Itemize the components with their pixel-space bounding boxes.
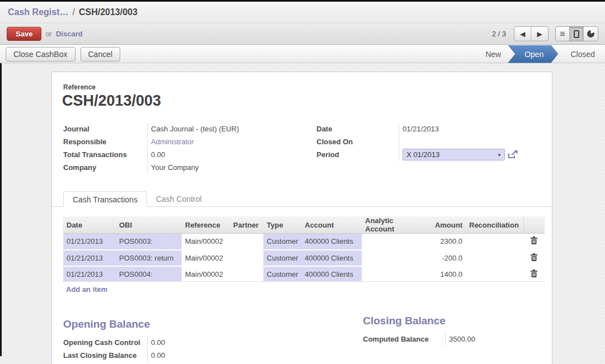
- cell-type[interactable]: Customer: [263, 266, 301, 282]
- tab-cash-transactions[interactable]: Cash Transactions: [63, 191, 147, 207]
- or-label: or: [45, 30, 52, 38]
- cell-partner[interactable]: [230, 250, 263, 266]
- view-switcher: ≡: [555, 26, 598, 41]
- form-view-button[interactable]: [570, 27, 584, 41]
- table-header-row: Date OBI Reference Partner Type Account …: [63, 216, 545, 234]
- company-value[interactable]: Your Company: [147, 161, 309, 174]
- action-bar: Close CashBox Cancel New Open Closed: [0, 45, 605, 63]
- delete-row-button[interactable]: [531, 270, 537, 277]
- next-record-button[interactable]: ▶: [531, 27, 548, 41]
- cell-reference[interactable]: Main/00002: [182, 266, 230, 282]
- add-an-item-link[interactable]: Add an item: [63, 281, 545, 294]
- graph-view-button[interactable]: [584, 27, 598, 41]
- period-select-value: X 01/2013: [407, 150, 439, 159]
- table-row: 01/21/2013 POS0003: return Main/00002 Cu…: [63, 250, 545, 266]
- closing-balance-group: Computed Balance 3500.00: [363, 333, 523, 346]
- last-closing-balance-value: 0.00: [147, 349, 225, 362]
- col-header-amount[interactable]: Amount: [426, 216, 466, 234]
- field-group-right: Date 01/21/2013 Closed On Period X 01/20…: [316, 122, 538, 161]
- cell-account[interactable]: 400000 Clients: [301, 266, 362, 282]
- cell-obi[interactable]: POS0003: return: [116, 250, 182, 266]
- cell-delete: [523, 234, 545, 250]
- tab-cash-control[interactable]: Cash Control: [147, 191, 211, 207]
- reference-label: Reference: [63, 83, 96, 91]
- list-view-button[interactable]: ≡: [556, 27, 570, 41]
- cell-reconciliation[interactable]: [466, 234, 523, 250]
- cell-amount[interactable]: -200.0: [426, 250, 466, 266]
- field-group-left: Journal Cash Journal - (test) (EUR) Resp…: [63, 122, 309, 174]
- open-record-button[interactable]: [508, 150, 518, 159]
- cell-account[interactable]: 400000 Clients: [301, 250, 362, 266]
- cell-account[interactable]: 400000 Clients: [301, 234, 362, 250]
- col-header-account[interactable]: Account: [301, 216, 362, 234]
- breadcrumb-parent-link[interactable]: Cash Regist…: [8, 7, 68, 17]
- cell-date[interactable]: 01/21/2013: [63, 266, 116, 282]
- date-label: Date: [316, 122, 399, 135]
- cell-reconciliation[interactable]: [466, 266, 523, 282]
- status-step-new[interactable]: New: [474, 45, 512, 63]
- col-header-analytic-account[interactable]: Analytic Account: [362, 216, 426, 234]
- table-row: 01/21/2013 POS0003: Main/00002 Customer …: [63, 234, 545, 250]
- trash-icon: [531, 270, 537, 277]
- cell-analytic-account[interactable]: [362, 266, 426, 282]
- col-header-partner[interactable]: Partner: [230, 216, 263, 234]
- period-label: Period: [316, 148, 399, 161]
- period-select[interactable]: X 01/2013 ▼: [403, 149, 505, 160]
- total-transactions-value: 0.00: [147, 148, 309, 161]
- cell-analytic-account[interactable]: [362, 234, 426, 250]
- opening-balance-title: Opening Balance: [63, 318, 150, 330]
- col-header-reference[interactable]: Reference: [182, 216, 230, 234]
- cash-register-app: Cash Regist… / CSH/2013/003 Save or Disc…: [0, 0, 605, 364]
- col-header-date[interactable]: Date: [63, 216, 116, 234]
- delete-row-button[interactable]: [531, 237, 537, 244]
- pager-count: 2 / 3: [492, 30, 506, 38]
- cell-obi[interactable]: POS0004:: [116, 266, 182, 282]
- col-header-reconciliation[interactable]: Reconciliation: [466, 216, 523, 234]
- cell-reconciliation[interactable]: [466, 250, 523, 266]
- col-header-type[interactable]: Type: [263, 216, 301, 234]
- total-transactions-label: Total Transactions: [63, 148, 147, 161]
- closed-on-value[interactable]: [399, 135, 538, 148]
- previous-record-button[interactable]: ◀: [514, 27, 531, 41]
- cancel-button[interactable]: Cancel: [81, 47, 121, 62]
- cell-reference[interactable]: Main/00002: [182, 250, 230, 266]
- opening-cash-control-value: 0.00: [147, 336, 225, 349]
- col-header-obi[interactable]: OBI: [116, 216, 182, 234]
- cell-amount[interactable]: 2300.0: [426, 234, 466, 250]
- last-closing-balance-label: Last Closing Balance: [63, 349, 147, 362]
- date-value[interactable]: 01/21/2013: [399, 122, 538, 135]
- breadcrumb-separator: /: [68, 7, 78, 17]
- status-step-open[interactable]: Open: [508, 45, 558, 63]
- cell-date[interactable]: 01/21/2013: [63, 250, 116, 266]
- pager-nav-group: ◀ ▶: [514, 26, 549, 41]
- cell-date[interactable]: 01/21/2013: [63, 234, 116, 250]
- pie-chart-icon: [587, 30, 594, 37]
- form-toolbar: Save or Discard 2 / 3 ◀ ▶ ≡: [0, 23, 605, 45]
- cell-partner[interactable]: [230, 266, 263, 282]
- right-arrow-icon: ▶: [537, 30, 542, 38]
- cell-type[interactable]: Customer: [263, 250, 301, 266]
- external-link-icon: [508, 150, 518, 159]
- delete-row-button[interactable]: [531, 253, 537, 261]
- responsible-value-link[interactable]: Administrator: [147, 135, 309, 148]
- cell-amount[interactable]: 1400.0: [426, 266, 466, 282]
- discard-link[interactable]: Discard: [56, 30, 83, 38]
- save-button[interactable]: Save: [7, 27, 41, 41]
- cell-delete: [523, 266, 545, 282]
- transactions-table: Date OBI Reference Partner Type Account …: [63, 216, 545, 283]
- cell-reference[interactable]: Main/00002: [182, 234, 230, 250]
- form-icon: [574, 30, 579, 38]
- cell-obi[interactable]: POS0003:: [116, 234, 182, 250]
- close-cashbox-button[interactable]: Close CashBox: [6, 47, 75, 62]
- cell-type[interactable]: Customer: [263, 234, 301, 250]
- status-step-closed[interactable]: Closed: [558, 45, 605, 63]
- cell-analytic-account[interactable]: [362, 250, 426, 266]
- cell-partner[interactable]: [230, 234, 263, 250]
- journal-value[interactable]: Cash Journal - (test) (EUR): [147, 122, 309, 135]
- closing-balance-title: Closing Balance: [363, 315, 446, 327]
- breadcrumb-current: CSH/2013/003: [79, 7, 138, 17]
- toolbar-right-cluster: 2 / 3 ◀ ▶ ≡: [492, 26, 598, 41]
- company-label: Company: [63, 161, 147, 174]
- opening-balance-group: Opening Cash Control 0.00 Last Closing B…: [63, 336, 225, 362]
- computed-balance-label: Computed Balance: [363, 333, 445, 346]
